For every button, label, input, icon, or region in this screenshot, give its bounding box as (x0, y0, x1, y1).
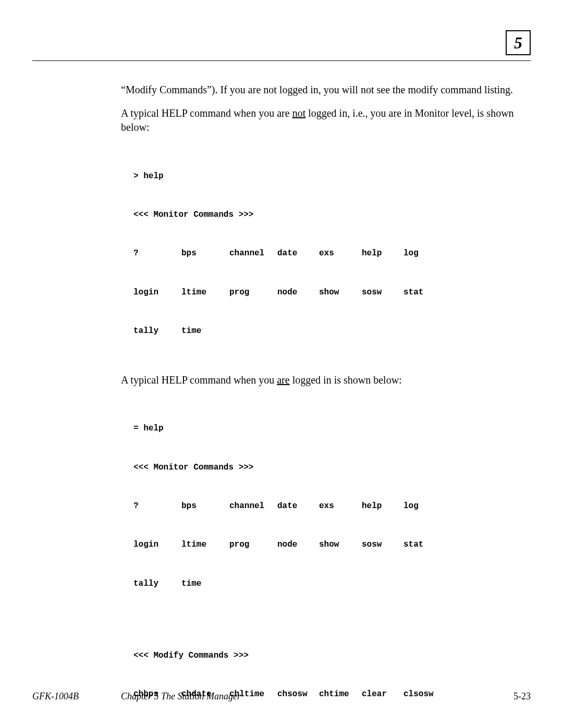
paragraph-help-logged: A typical HELP command when you are logg… (121, 373, 525, 387)
para2-underline: not (292, 107, 306, 119)
terminal-block-1: > help <<< Monitor Commands >>> ?bpschan… (133, 144, 525, 364)
paragraph-continuation: “Modify Commands”). If you are not logge… (121, 83, 525, 97)
chapter-header: 5 (32, 30, 531, 55)
terminal-block-2: = help <<< Monitor Commands >>> ?bpschan… (133, 397, 525, 728)
term2-header-monitor: <<< Monitor Commands >>> (133, 461, 525, 474)
para2-text-a: A typical HELP command when you are (121, 107, 292, 119)
table-row: tallytime (133, 577, 525, 590)
para3-text-b: logged in is shown below: (290, 374, 402, 386)
table-row: loginltimeprognodeshowsoswstat (133, 538, 525, 551)
term1-header: <<< Monitor Commands >>> (133, 208, 525, 221)
table-row: loginltimeprognodeshowsoswstat (133, 286, 525, 299)
footer-chapter-title: Chapter 5 The Station Manager (121, 691, 513, 702)
footer-doc-id: GFK-1004B (32, 691, 121, 702)
page-footer: GFK-1004B Chapter 5 The Station Manager … (32, 691, 531, 702)
table-row: ?bpschanneldateexshelplog (133, 500, 525, 513)
table-row: tallytime (133, 325, 525, 338)
term2-prompt: = help (133, 422, 525, 435)
footer-page-number: 5-23 (513, 691, 531, 702)
content-column: “Modify Commands”). If you are not logge… (121, 83, 525, 728)
para3-text-a: A typical HELP command when you (121, 374, 277, 386)
term1-prompt: > help (133, 170, 525, 183)
chapter-number-box: 5 (506, 30, 531, 55)
header-rule (32, 60, 531, 61)
para1-text: “Modify Commands”). If you are not logge… (121, 84, 513, 95)
chapter-number: 5 (514, 33, 522, 53)
table-row: ?bpschanneldateexshelplog (133, 247, 525, 260)
paragraph-help-not-logged: A typical HELP command when you are not … (121, 106, 525, 134)
page: 5 “Modify Commands”). If you are not log… (0, 0, 563, 728)
para3-underline: are (277, 374, 289, 386)
term2-header-modify: <<< Modify Commands >>> (133, 649, 525, 662)
blank-line (133, 616, 525, 623)
